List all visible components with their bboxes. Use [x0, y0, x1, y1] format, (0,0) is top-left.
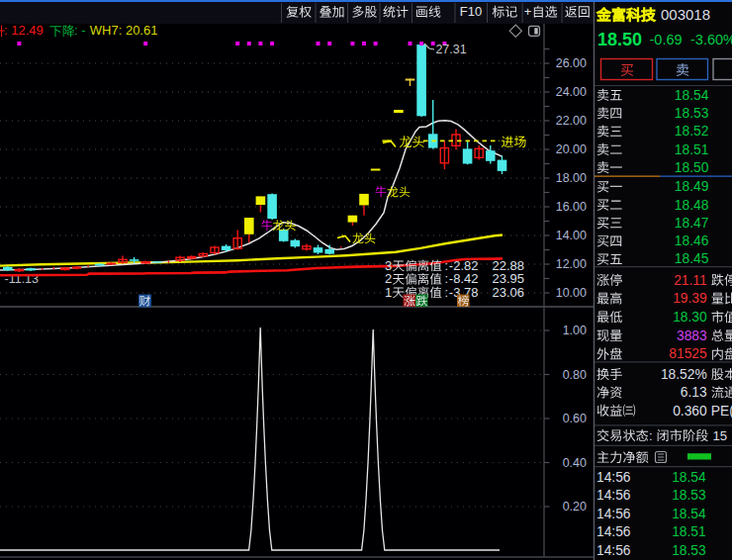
svg-text:23.06: 23.06	[492, 285, 524, 300]
svg-text:0.80: 0.80	[563, 368, 587, 382]
svg-text:1: 1	[385, 285, 392, 300]
svg-text:27.31: 27.31	[435, 43, 466, 56]
svg-text:18.52: 18.52	[675, 124, 709, 139]
svg-text:14:56: 14:56	[596, 488, 631, 503]
svg-text:WH7: 20.61: WH7: 20.61	[90, 23, 158, 38]
svg-text:18.00: 18.00	[556, 171, 587, 185]
svg-text:-0.69: -0.69	[650, 32, 683, 47]
svg-text:10.00: 10.00	[556, 286, 587, 300]
svg-text:24.00: 24.00	[556, 85, 587, 99]
svg-text:18.45: 18.45	[675, 251, 709, 266]
svg-text:26.00: 26.00	[556, 56, 587, 70]
svg-text:14:56: 14:56	[596, 507, 631, 521]
svg-text:14:56: 14:56	[596, 543, 631, 558]
svg-text:: 12.49: : 12.49	[4, 23, 44, 38]
svg-text:21.11: 21.11	[674, 273, 707, 288]
svg-text:18.53: 18.53	[675, 106, 709, 121]
svg-text:18.54: 18.54	[675, 88, 709, 103]
svg-text:18.50: 18.50	[675, 160, 709, 175]
svg-text:18.47: 18.47	[675, 216, 709, 231]
svg-text:+: +	[524, 4, 532, 19]
svg-text:3883: 3883	[677, 328, 707, 343]
svg-text:0.60: 0.60	[563, 412, 587, 425]
svg-text:18.52%: 18.52%	[661, 367, 707, 382]
svg-text:F10: F10	[460, 4, 482, 19]
svg-text:PE(: PE(	[711, 404, 732, 419]
svg-text:1.00: 1.00	[563, 324, 587, 337]
svg-text:18.51: 18.51	[675, 142, 709, 157]
svg-text:0.20: 0.20	[563, 500, 587, 513]
svg-text:16.00: 16.00	[556, 200, 587, 214]
svg-text:0.360: 0.360	[673, 404, 707, 419]
svg-text:18.53: 18.53	[672, 543, 706, 558]
svg-text:18.48: 18.48	[675, 198, 709, 213]
svg-text:18.54: 18.54	[672, 470, 706, 485]
svg-text::: :	[445, 285, 449, 300]
svg-text:-3.60%: -3.60%	[690, 32, 732, 47]
svg-text:22.00: 22.00	[556, 114, 587, 128]
svg-text:14.00: 14.00	[556, 229, 587, 242]
svg-text:20.00: 20.00	[556, 142, 587, 156]
svg-text:18.53: 18.53	[672, 488, 706, 503]
svg-text:12.00: 12.00	[556, 257, 587, 271]
svg-text:003018: 003018	[661, 6, 710, 23]
svg-text::: :	[649, 428, 653, 443]
svg-text:: -: : -	[74, 23, 86, 38]
svg-text:18.46: 18.46	[675, 233, 709, 248]
svg-text:81525: 81525	[669, 346, 707, 361]
svg-text:15: 15	[713, 428, 728, 443]
svg-text:18.30: 18.30	[673, 310, 707, 325]
svg-text:19.39: 19.39	[673, 291, 707, 306]
svg-text:14:56: 14:56	[596, 524, 631, 539]
svg-text:18.50: 18.50	[597, 30, 642, 49]
svg-text:18.49: 18.49	[675, 179, 709, 194]
svg-text:14:56: 14:56	[596, 470, 631, 485]
svg-text:18.54: 18.54	[672, 507, 706, 521]
svg-text:0.40: 0.40	[563, 456, 587, 470]
svg-text:18.51: 18.51	[672, 524, 706, 539]
svg-text:6.13: 6.13	[681, 385, 707, 400]
